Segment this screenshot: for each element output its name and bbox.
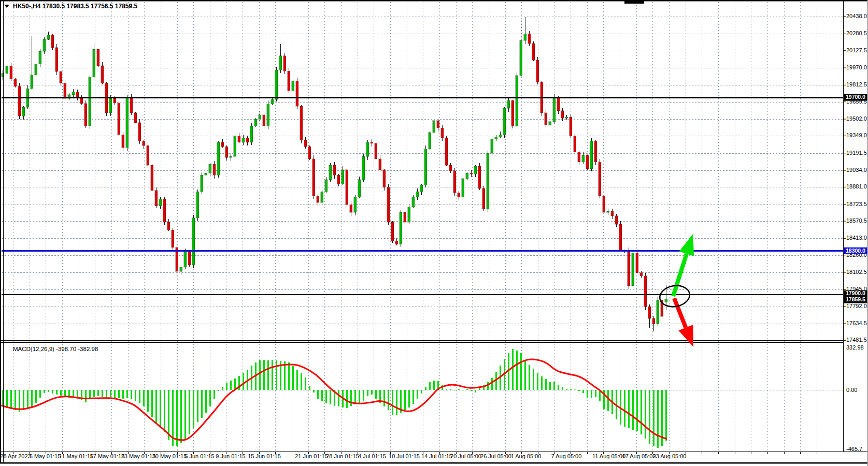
macd-histogram-bar xyxy=(267,360,269,390)
macd-histogram-bar xyxy=(222,387,223,390)
candle-body xyxy=(570,117,572,136)
candle-body xyxy=(254,119,257,126)
macd-histogram-bar xyxy=(537,373,538,390)
candle-body xyxy=(39,51,41,64)
candle-body xyxy=(18,86,21,116)
candle-body xyxy=(155,191,158,206)
time-label: 4 Jul 01:15 xyxy=(358,453,386,459)
candle-body xyxy=(590,141,593,169)
candle-body xyxy=(51,35,54,48)
candle-body xyxy=(341,170,344,184)
candle-body xyxy=(665,299,667,302)
candle-body xyxy=(97,49,99,66)
candle-body xyxy=(267,104,269,126)
macd-histogram-bar xyxy=(189,390,190,434)
candle-body xyxy=(113,98,116,103)
candle-body xyxy=(478,166,481,188)
macd-histogram-bar xyxy=(164,390,165,432)
macd-histogram-bar xyxy=(491,378,493,390)
candle-body xyxy=(387,187,390,223)
candle-body xyxy=(549,122,551,125)
time-label: 1 Aug 05:00 xyxy=(511,453,542,459)
candle-body xyxy=(122,135,124,148)
macd-histogram-bar xyxy=(458,389,460,390)
candle-body xyxy=(491,139,493,153)
candle-body xyxy=(101,66,104,83)
macd-histogram-bar xyxy=(23,390,24,410)
bullish-arrow-head[interactable] xyxy=(679,234,694,256)
candle-body xyxy=(167,222,170,230)
candle-body xyxy=(184,252,187,267)
bearish-arrow-shaft[interactable] xyxy=(674,298,686,328)
macd-histogram-bar xyxy=(151,390,153,417)
chart-canvas[interactable]: 20438.020280.520127.519970.019812.519659… xyxy=(0,0,868,466)
macd-histogram-bar xyxy=(35,390,37,403)
macd-histogram-bar xyxy=(197,390,198,422)
candle-body xyxy=(462,179,464,197)
macd-histogram-bar xyxy=(31,390,33,406)
candle-body xyxy=(652,318,655,324)
macd-histogram-bar xyxy=(404,390,406,410)
macd-histogram-bar xyxy=(184,390,186,440)
candle-body xyxy=(283,56,286,71)
candle-body xyxy=(80,97,83,104)
candle-body xyxy=(213,164,216,175)
candle-body xyxy=(375,143,377,159)
candle-body xyxy=(143,141,145,145)
candle-body xyxy=(545,113,547,125)
macd-histogram-bar xyxy=(363,390,364,401)
candle-body xyxy=(611,211,614,215)
candle-body xyxy=(321,192,323,202)
macd-histogram-bar xyxy=(110,390,111,397)
candle-body xyxy=(640,273,643,276)
macd-histogram-bar xyxy=(346,390,348,408)
macd-histogram-bar xyxy=(85,390,87,402)
candle-body xyxy=(594,141,597,162)
macd-histogram-bar xyxy=(587,390,588,398)
price-tick-label: 19191.5 xyxy=(846,150,867,156)
macd-histogram-bar xyxy=(313,390,315,392)
candle-body xyxy=(379,159,381,170)
candle-body xyxy=(350,205,352,212)
macd-histogram-bar xyxy=(218,390,219,391)
candle-body xyxy=(333,165,336,175)
macd-histogram-bar xyxy=(317,390,319,399)
macd-label: MACD(12,26,9) -398.70 -382.98 xyxy=(13,346,98,352)
candle-body xyxy=(482,188,485,209)
time-label: 11 Aug 05:00 xyxy=(592,453,625,459)
candle-body xyxy=(209,164,211,173)
candle-body xyxy=(238,136,240,142)
candle-body xyxy=(35,64,37,75)
candle-body xyxy=(470,173,473,174)
symbol-dropdown-icon[interactable] xyxy=(4,5,9,8)
macd-histogram-bar xyxy=(475,390,476,392)
macd-histogram-bar xyxy=(205,390,207,413)
macd-pane[interactable] xyxy=(0,349,667,448)
candle-body xyxy=(130,97,133,113)
scrollbar-thumb[interactable] xyxy=(624,0,644,4)
macd-histogram-bar xyxy=(209,390,211,406)
candle-body xyxy=(607,211,609,212)
macd-histogram-bar xyxy=(520,353,522,390)
macd-histogram-bar xyxy=(549,382,551,390)
macd-histogram-bar xyxy=(93,390,95,397)
candle-body xyxy=(337,175,340,184)
macd-histogram-bar xyxy=(39,390,41,398)
macd-histogram-bar xyxy=(122,390,124,399)
candle-body xyxy=(632,253,634,285)
time-label: 15 Jun 01:15 xyxy=(248,453,281,459)
candle-body xyxy=(147,145,149,165)
price-chart-pane[interactable] xyxy=(2,17,667,331)
bearish-arrow-head[interactable] xyxy=(678,325,693,347)
macd-histogram-bar xyxy=(533,369,534,390)
time-label: 17 Aug 05:00 xyxy=(622,453,656,459)
time-label: 26 Jul 05:00 xyxy=(480,453,511,459)
macd-histogram-bar xyxy=(466,389,468,390)
macd-histogram-bar xyxy=(421,390,422,394)
candle-body xyxy=(217,142,220,175)
candle-body xyxy=(118,103,120,135)
macd-histogram-bar xyxy=(408,390,410,407)
macd-histogram-bar xyxy=(309,386,310,390)
macd-histogram-bar xyxy=(446,389,447,390)
candle-body xyxy=(412,197,415,207)
